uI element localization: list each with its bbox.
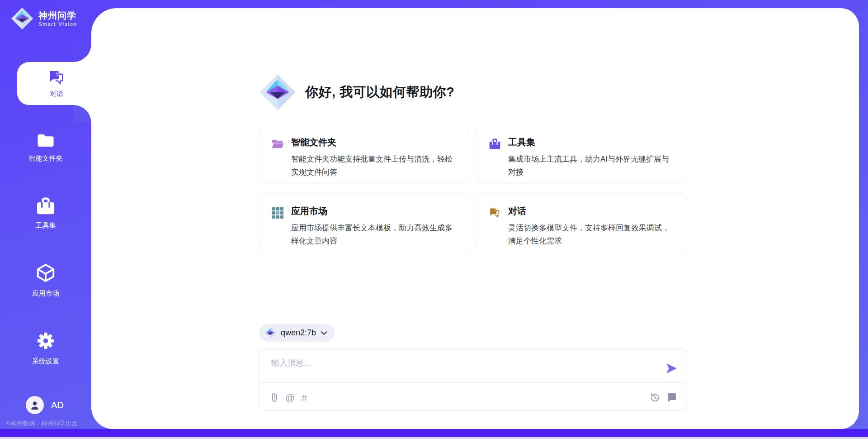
assistant-diamond-icon (259, 74, 296, 111)
sidebar-item-app-market[interactable]: 应用市场 (0, 262, 91, 298)
avatar (26, 396, 44, 414)
sidebar-item-smart-folder[interactable]: 智能文件夹 (0, 132, 91, 163)
card-title: 智能文件夹 (291, 136, 458, 148)
card-description: 集成市场上主流工具，助力AI与外界无缝扩展与对接 (508, 153, 675, 179)
card-smart-folder[interactable]: 智能文件夹 智能文件夹功能支持批量文件上传与清洗，轻松实现文件问答 (260, 126, 470, 182)
tab-curve-bottom (73, 105, 91, 123)
user-name: AD (51, 400, 64, 410)
chevron-down-icon (321, 331, 327, 335)
model-name: qwen2:7b (281, 328, 316, 338)
card-title: 工具集 (508, 136, 675, 148)
toolbox-icon (36, 197, 56, 215)
card-description: 智能文件夹功能支持批量文件上传与清洗，轻松实现文件问答 (291, 153, 458, 179)
card-chat[interactable]: 对话 灵活切换多模型文件，支持多样回复效果调试，满足个性化需求 (477, 195, 687, 251)
folder-icon (36, 132, 55, 148)
brand-diamond-icon (11, 7, 33, 30)
bottom-edge-line (0, 437, 868, 439)
card-description: 应用市场提供丰富长文本模板，助力高效生成多样化文章内容 (291, 221, 458, 248)
sidebar-item-settings[interactable]: 系统设置 (0, 330, 91, 366)
sidebar-item-label: 系统设置 (0, 357, 91, 366)
brand-text: 神州问学 Smart Vision (38, 10, 77, 27)
greeting: 你好, 我可以如何帮助你? (259, 74, 454, 111)
history-icon[interactable] (650, 392, 660, 403)
attachment-icon[interactable] (270, 392, 278, 403)
brand-name: 神州问学 (38, 10, 77, 21)
sidebar-footer: ©神州数码 · 神州问学出品 (6, 420, 78, 428)
mention-icon[interactable]: @ (285, 393, 295, 402)
composer-left-tools: @ # (270, 392, 307, 403)
person-icon (29, 400, 40, 410)
hashtag-icon[interactable]: # (302, 393, 307, 402)
brand-subtitle: Smart Vision (38, 21, 77, 27)
chat-bubbles-icon (47, 69, 66, 87)
message-composer: @ # (259, 348, 687, 410)
user-profile[interactable]: AD (26, 396, 64, 414)
folder-open-icon (272, 138, 284, 150)
gear-icon (35, 330, 56, 351)
card-description: 灵活切换多模型文件，支持多样回复效果调试，满足个性化需求 (508, 221, 675, 248)
cube-icon (35, 262, 56, 283)
sidebar-item-label: 对话 (50, 90, 63, 98)
bottom-accent-bar (0, 429, 868, 437)
card-title: 应用市场 (291, 205, 458, 217)
sidebar-item-label: 工具集 (0, 221, 91, 230)
feedback-bubble-icon[interactable] (667, 392, 677, 402)
tab-curve-top (73, 44, 91, 62)
feature-cards: 智能文件夹 智能文件夹功能支持批量文件上传与清洗，轻松实现文件问答 工具集 集成… (260, 126, 687, 251)
card-toolset[interactable]: 工具集 集成市场上主流工具，助力AI与外界无缝扩展与对接 (477, 126, 687, 182)
sidebar-item-toolset[interactable]: 工具集 (0, 197, 91, 230)
grid-icon (272, 207, 284, 219)
sidebar-item-chat[interactable]: 对话 (17, 62, 96, 105)
model-diamond-icon (264, 327, 276, 339)
composer-toolbar: @ # (270, 388, 677, 407)
model-selector[interactable]: qwen2:7b (259, 324, 335, 342)
sidebar-item-label: 智能文件夹 (0, 154, 91, 163)
card-title: 对话 (508, 205, 675, 217)
card-app-market[interactable]: 应用市场 应用市场提供丰富长文本模板，助力高效生成多样化文章内容 (260, 195, 470, 251)
greeting-text: 你好, 我可以如何帮助你? (305, 83, 454, 101)
chat-bubbles-icon (489, 207, 501, 219)
brand-logo: 神州问学 Smart Vision (11, 7, 77, 30)
toolbox-icon (489, 138, 501, 150)
composer-divider (259, 382, 687, 383)
sidebar-item-label: 应用市场 (0, 289, 91, 298)
message-input[interactable] (271, 355, 660, 371)
send-icon[interactable] (665, 362, 678, 375)
composer-right-tools (650, 392, 677, 403)
